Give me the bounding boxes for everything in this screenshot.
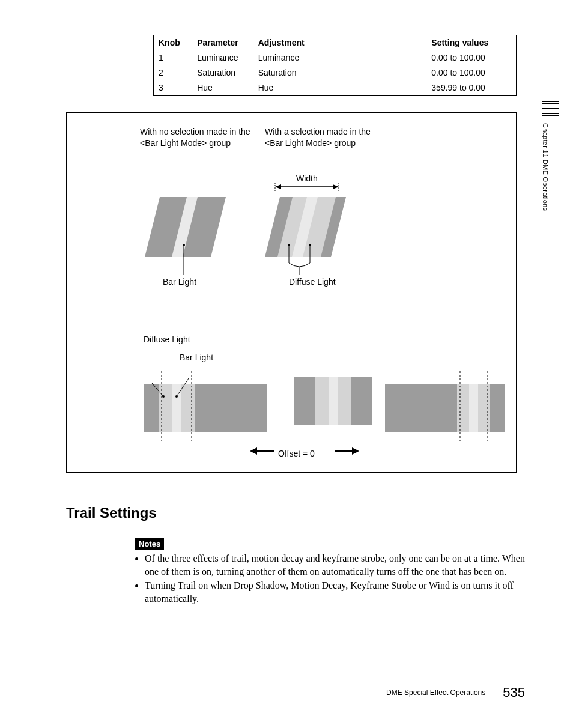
- table-row: 2 Saturation Saturation 0.00 to 100.00: [154, 65, 517, 80]
- figure-with-selection-icon: [265, 197, 346, 275]
- footer-text: DME Special Effect Operations: [386, 688, 485, 697]
- th-adjustment: Adjustment: [253, 35, 426, 50]
- bar-light-label: Bar Light: [180, 352, 213, 363]
- svg-point-17: [309, 244, 311, 246]
- thumb-lines-icon: [542, 101, 559, 116]
- table-row: 1 Luminance Luminance 0.00 to 100.00: [154, 50, 517, 65]
- list-item: Turning Trail on when Drop Shadow, Motio…: [145, 579, 525, 605]
- th-setting: Setting values: [426, 35, 517, 50]
- svg-marker-3: [275, 184, 281, 189]
- no-selection-label: With no selection made in the <Bar Light…: [140, 126, 260, 149]
- with-selection-label: With a selection made in the <Bar Light …: [265, 126, 385, 149]
- figure-offset-right-icon: [385, 371, 508, 443]
- svg-rect-33: [469, 384, 478, 432]
- diffuse-light-label: Diffuse Light: [144, 334, 190, 345]
- diagram-container: With no selection made in the <Bar Light…: [66, 112, 517, 473]
- th-parameter: Parameter: [192, 35, 253, 50]
- chapter-label: Chapter 11 DME Operations: [542, 123, 549, 211]
- notes-list: Of the three effects of trail, motion de…: [135, 552, 525, 605]
- diffuse-light-caption: Diffuse Light: [289, 276, 336, 288]
- thumb-index: Chapter 11 DME Operations: [542, 101, 559, 211]
- arrow-left-icon: [250, 446, 274, 456]
- svg-marker-37: [250, 447, 257, 455]
- svg-point-8: [183, 244, 185, 246]
- footer-divider: [494, 684, 494, 701]
- svg-rect-30: [329, 377, 338, 425]
- page-number: 535: [503, 685, 525, 700]
- page-footer: DME Special Effect Operations 535: [386, 684, 525, 701]
- table-row: 3 Hue Hue 359.99 to 0.00: [154, 80, 517, 96]
- parameter-table: Knob Parameter Adjustment Setting values…: [153, 35, 517, 96]
- offset-label: Offset = 0: [278, 448, 315, 460]
- notes-badge: Notes: [135, 538, 164, 550]
- svg-marker-4: [333, 184, 339, 189]
- th-knob: Knob: [154, 35, 192, 50]
- list-item: Of the three effects of trail, motion de…: [145, 552, 525, 578]
- width-arrow-icon: [274, 183, 340, 191]
- arrow-right-icon: [335, 446, 359, 456]
- svg-point-15: [288, 244, 290, 246]
- section-heading: Trail Settings: [66, 497, 525, 521]
- svg-marker-39: [352, 447, 359, 455]
- figure-no-selection-icon: [145, 197, 226, 275]
- figure-offset-left-icon: [144, 371, 270, 443]
- figure-offset-zero-icon: [294, 371, 372, 437]
- bar-light-caption: Bar Light: [163, 276, 196, 288]
